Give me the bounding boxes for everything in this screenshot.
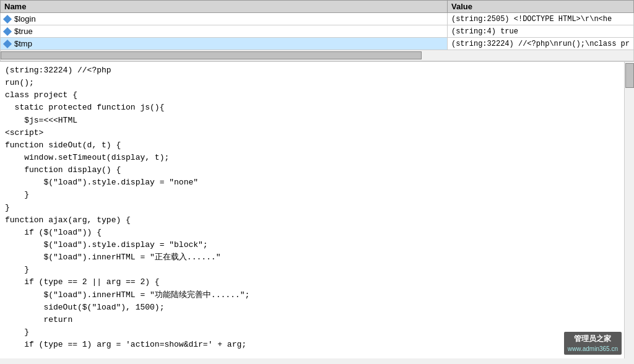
- table-row[interactable]: $true(string:4) true: [1, 25, 634, 38]
- watermark: 管理员之家 www.admin365.cn: [564, 332, 622, 355]
- table-row[interactable]: $tmp(string:32224) //<?php\nrun();\nclas…: [1, 38, 634, 50]
- diamond-icon: [3, 14, 12, 23]
- vertical-scrollbar[interactable]: [624, 62, 634, 358]
- code-text: (string:32224) //<?php run(); class proj…: [5, 64, 629, 351]
- watermark-line1: 管理员之家: [568, 333, 618, 344]
- variable-value: (string:2505) <!DOCTYPE HTML>\r\n<he: [447, 13, 633, 25]
- name-header: Name: [1, 1, 448, 13]
- variable-value: (string:4) true: [447, 25, 633, 38]
- variable-value: (string:32224) //<?php\nrun();\nclass pr: [447, 38, 633, 50]
- diamond-icon: [3, 39, 12, 48]
- variables-table: Name Value $login(string:2505) <!DOCTYPE…: [0, 0, 634, 50]
- variable-name: $true: [1, 25, 448, 38]
- horizontal-scrollbar[interactable]: [0, 50, 634, 61]
- value-header: Value: [447, 1, 633, 13]
- code-display: (string:32224) //<?php run(); class proj…: [0, 61, 634, 358]
- diamond-icon: [3, 27, 12, 35]
- variable-name: $login: [1, 13, 448, 25]
- variable-name: $tmp: [1, 38, 448, 50]
- table-row[interactable]: $login(string:2505) <!DOCTYPE HTML>\r\n<…: [1, 13, 634, 25]
- vertical-scrollbar-thumb[interactable]: [625, 63, 634, 88]
- scrollbar-thumb[interactable]: [1, 51, 422, 59]
- watermark-line2: www.admin365.cn: [568, 344, 618, 353]
